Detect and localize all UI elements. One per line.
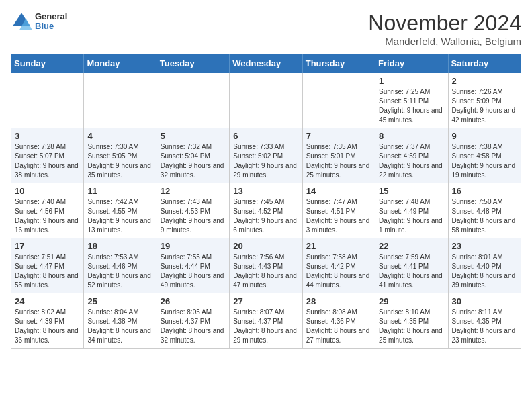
day-info: Sunrise: 8:05 AM Sunset: 4:37 PM Dayligh… bbox=[161, 308, 226, 345]
day-info: Sunrise: 8:07 AM Sunset: 4:37 PM Dayligh… bbox=[233, 308, 298, 345]
day-info: Sunrise: 7:45 AM Sunset: 4:52 PM Dayligh… bbox=[233, 197, 298, 235]
day-number: 24 bbox=[15, 296, 80, 306]
calendar-cell: 13Sunrise: 7:45 AM Sunset: 4:52 PM Dayli… bbox=[230, 183, 302, 238]
day-info: Sunrise: 8:02 AM Sunset: 4:39 PM Dayligh… bbox=[15, 308, 80, 345]
calendar: SundayMondayTuesdayWednesdayThursdayFrid… bbox=[11, 54, 521, 349]
calendar-cell: 5Sunrise: 7:32 AM Sunset: 5:04 PM Daylig… bbox=[157, 128, 229, 183]
day-info: Sunrise: 7:25 AM Sunset: 5:11 PM Dayligh… bbox=[379, 87, 444, 125]
calendar-cell: 2Sunrise: 7:26 AM Sunset: 5:09 PM Daylig… bbox=[448, 73, 521, 128]
calendar-cell: 6Sunrise: 7:33 AM Sunset: 5:02 PM Daylig… bbox=[230, 128, 302, 183]
calendar-cell: 10Sunrise: 7:40 AM Sunset: 4:56 PM Dayli… bbox=[11, 183, 84, 238]
day-info: Sunrise: 7:37 AM Sunset: 4:59 PM Dayligh… bbox=[379, 142, 444, 180]
day-number: 6 bbox=[233, 131, 298, 141]
calendar-cell bbox=[84, 73, 157, 128]
day-info: Sunrise: 7:53 AM Sunset: 4:46 PM Dayligh… bbox=[87, 253, 152, 290]
calendar-cell: 30Sunrise: 8:11 AM Sunset: 4:35 PM Dayli… bbox=[448, 293, 521, 349]
calendar-cell: 19Sunrise: 7:55 AM Sunset: 4:44 PM Dayli… bbox=[157, 238, 229, 293]
day-info: Sunrise: 7:50 AM Sunset: 4:48 PM Dayligh… bbox=[452, 197, 517, 235]
logo-blue: Blue bbox=[35, 21, 67, 31]
month-title: November 2024 bbox=[368, 11, 521, 36]
day-number: 29 bbox=[379, 296, 444, 306]
calendar-cell: 21Sunrise: 7:58 AM Sunset: 4:42 PM Dayli… bbox=[302, 238, 375, 293]
calendar-cell: 11Sunrise: 7:42 AM Sunset: 4:55 PM Dayli… bbox=[84, 183, 157, 238]
calendar-cell: 4Sunrise: 7:30 AM Sunset: 5:05 PM Daylig… bbox=[84, 128, 157, 183]
calendar-cell: 3Sunrise: 7:28 AM Sunset: 5:07 PM Daylig… bbox=[11, 128, 84, 183]
day-info: Sunrise: 7:43 AM Sunset: 4:53 PM Dayligh… bbox=[161, 197, 226, 235]
title-area: November 2024 Manderfeld, Wallonia, Belg… bbox=[368, 11, 521, 47]
calendar-cell bbox=[302, 73, 375, 128]
day-number: 4 bbox=[87, 131, 152, 141]
day-number: 10 bbox=[15, 186, 80, 196]
day-number: 12 bbox=[161, 186, 226, 196]
calendar-cell: 28Sunrise: 8:08 AM Sunset: 4:36 PM Dayli… bbox=[302, 293, 375, 349]
day-info: Sunrise: 7:56 AM Sunset: 4:43 PM Dayligh… bbox=[233, 253, 298, 290]
day-info: Sunrise: 7:59 AM Sunset: 4:41 PM Dayligh… bbox=[379, 253, 444, 290]
calendar-cell: 17Sunrise: 7:51 AM Sunset: 4:47 PM Dayli… bbox=[11, 238, 84, 293]
calendar-cell: 12Sunrise: 7:43 AM Sunset: 4:53 PM Dayli… bbox=[157, 183, 229, 238]
week-row-4: 17Sunrise: 7:51 AM Sunset: 4:47 PM Dayli… bbox=[11, 238, 521, 293]
calendar-cell: 22Sunrise: 7:59 AM Sunset: 4:41 PM Dayli… bbox=[375, 238, 448, 293]
day-info: Sunrise: 7:51 AM Sunset: 4:47 PM Dayligh… bbox=[15, 253, 80, 290]
weekday-header-row: SundayMondayTuesdayWednesdayThursdayFrid… bbox=[11, 54, 521, 73]
day-number: 11 bbox=[87, 186, 152, 196]
week-row-2: 3Sunrise: 7:28 AM Sunset: 5:07 PM Daylig… bbox=[11, 128, 521, 183]
day-number: 28 bbox=[306, 296, 371, 306]
day-number: 9 bbox=[452, 131, 517, 141]
day-info: Sunrise: 8:11 AM Sunset: 4:35 PM Dayligh… bbox=[452, 308, 517, 345]
day-number: 21 bbox=[306, 241, 371, 251]
calendar-cell bbox=[230, 73, 302, 128]
calendar-cell: 8Sunrise: 7:37 AM Sunset: 4:59 PM Daylig… bbox=[375, 128, 448, 183]
day-info: Sunrise: 7:58 AM Sunset: 4:42 PM Dayligh… bbox=[306, 253, 371, 290]
calendar-cell: 7Sunrise: 7:35 AM Sunset: 5:01 PM Daylig… bbox=[302, 128, 375, 183]
calendar-cell: 29Sunrise: 8:10 AM Sunset: 4:35 PM Dayli… bbox=[375, 293, 448, 349]
week-row-5: 24Sunrise: 8:02 AM Sunset: 4:39 PM Dayli… bbox=[11, 293, 521, 349]
day-info: Sunrise: 7:26 AM Sunset: 5:09 PM Dayligh… bbox=[452, 87, 517, 125]
calendar-cell: 16Sunrise: 7:50 AM Sunset: 4:48 PM Dayli… bbox=[448, 183, 521, 238]
week-row-1: 1Sunrise: 7:25 AM Sunset: 5:11 PM Daylig… bbox=[11, 73, 521, 128]
weekday-header-tuesday: Tuesday bbox=[157, 54, 229, 73]
day-number: 26 bbox=[161, 296, 226, 306]
logo: General Blue bbox=[11, 11, 67, 32]
day-number: 13 bbox=[233, 186, 298, 196]
day-number: 22 bbox=[379, 241, 444, 251]
logo-general: General bbox=[35, 12, 67, 21]
day-info: Sunrise: 7:40 AM Sunset: 4:56 PM Dayligh… bbox=[15, 197, 80, 235]
logo-icon bbox=[11, 11, 32, 32]
day-number: 23 bbox=[452, 241, 517, 251]
day-info: Sunrise: 8:01 AM Sunset: 4:40 PM Dayligh… bbox=[452, 253, 517, 290]
calendar-cell: 26Sunrise: 8:05 AM Sunset: 4:37 PM Dayli… bbox=[157, 293, 229, 349]
day-number: 20 bbox=[233, 241, 298, 251]
weekday-header-monday: Monday bbox=[84, 54, 157, 73]
day-number: 16 bbox=[452, 186, 517, 196]
week-row-3: 10Sunrise: 7:40 AM Sunset: 4:56 PM Dayli… bbox=[11, 183, 521, 238]
calendar-cell: 24Sunrise: 8:02 AM Sunset: 4:39 PM Dayli… bbox=[11, 293, 84, 349]
day-number: 1 bbox=[379, 76, 444, 86]
calendar-cell: 14Sunrise: 7:47 AM Sunset: 4:51 PM Dayli… bbox=[302, 183, 375, 238]
subtitle: Manderfeld, Wallonia, Belgium bbox=[368, 36, 521, 47]
day-number: 8 bbox=[379, 131, 444, 141]
day-info: Sunrise: 7:47 AM Sunset: 4:51 PM Dayligh… bbox=[306, 197, 371, 235]
calendar-cell: 18Sunrise: 7:53 AM Sunset: 4:46 PM Dayli… bbox=[84, 238, 157, 293]
day-number: 30 bbox=[452, 296, 517, 306]
day-number: 15 bbox=[379, 186, 444, 196]
calendar-cell: 23Sunrise: 8:01 AM Sunset: 4:40 PM Dayli… bbox=[448, 238, 521, 293]
weekday-header-saturday: Saturday bbox=[448, 54, 521, 73]
day-info: Sunrise: 8:08 AM Sunset: 4:36 PM Dayligh… bbox=[306, 308, 371, 345]
day-number: 25 bbox=[87, 296, 152, 306]
day-number: 19 bbox=[161, 241, 226, 251]
header: General Blue November 2024 Manderfeld, W… bbox=[11, 11, 521, 47]
weekday-header-sunday: Sunday bbox=[11, 54, 84, 73]
day-info: Sunrise: 8:04 AM Sunset: 4:38 PM Dayligh… bbox=[87, 308, 152, 345]
calendar-cell: 27Sunrise: 8:07 AM Sunset: 4:37 PM Dayli… bbox=[230, 293, 302, 349]
calendar-cell bbox=[157, 73, 229, 128]
day-info: Sunrise: 7:28 AM Sunset: 5:07 PM Dayligh… bbox=[15, 142, 80, 180]
logo-text: General Blue bbox=[35, 12, 67, 32]
weekday-header-wednesday: Wednesday bbox=[230, 54, 302, 73]
day-number: 18 bbox=[87, 241, 152, 251]
day-info: Sunrise: 7:32 AM Sunset: 5:04 PM Dayligh… bbox=[161, 142, 226, 180]
day-number: 14 bbox=[306, 186, 371, 196]
day-info: Sunrise: 7:55 AM Sunset: 4:44 PM Dayligh… bbox=[161, 253, 226, 290]
calendar-cell: 25Sunrise: 8:04 AM Sunset: 4:38 PM Dayli… bbox=[84, 293, 157, 349]
day-number: 17 bbox=[15, 241, 80, 251]
day-number: 2 bbox=[452, 76, 517, 86]
